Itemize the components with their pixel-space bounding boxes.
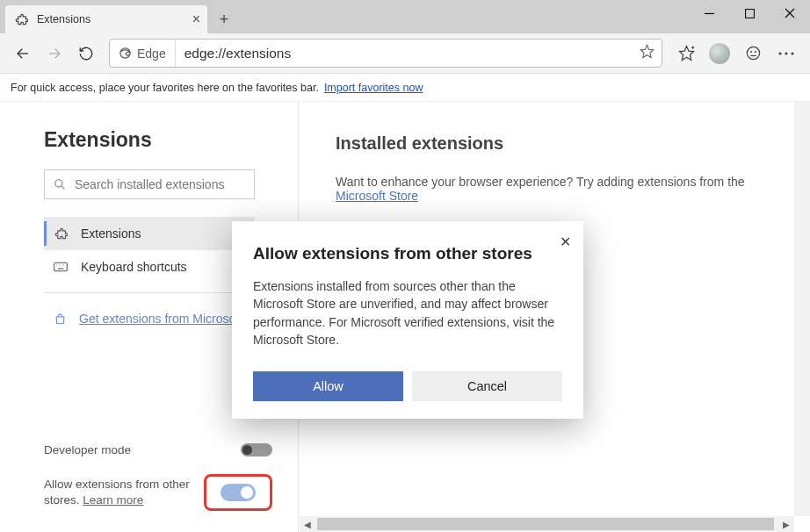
dialog-body: Extensions installed from sources other … xyxy=(253,277,562,349)
vertical-scrollbar[interactable] xyxy=(794,102,810,516)
toolbar: Edge edge://extensions xyxy=(0,33,810,74)
keyboard-icon xyxy=(53,262,69,272)
forward-button[interactable] xyxy=(39,38,70,69)
profile-button[interactable] xyxy=(703,37,736,70)
puzzle-icon xyxy=(14,12,28,26)
svg-rect-19 xyxy=(54,262,68,270)
sidebar-item-shortcuts[interactable]: Keyboard shortcuts xyxy=(44,250,255,284)
address-bar[interactable]: Edge edge://extensions xyxy=(109,39,662,68)
main-subtitle: Want to enhance your browser experience?… xyxy=(336,175,810,203)
url-text: edge://extensions xyxy=(176,46,292,61)
sidebar-item-label: Extensions xyxy=(81,226,141,241)
puzzle-icon xyxy=(53,227,69,241)
tab-title: Extensions xyxy=(37,13,90,25)
browser-tab[interactable]: Extensions × xyxy=(5,5,207,33)
sidebar-item-extensions[interactable]: Extensions xyxy=(44,217,255,250)
site-identity[interactable]: Edge xyxy=(110,40,176,67)
svg-point-11 xyxy=(747,47,759,59)
allow-button[interactable]: Allow xyxy=(253,371,403,401)
svg-marker-7 xyxy=(640,45,653,57)
new-tab-button[interactable]: + xyxy=(211,6,237,32)
svg-point-14 xyxy=(778,52,781,54)
scroll-right-icon[interactable]: ▶ xyxy=(778,516,794,532)
sidebar-item-get-extensions[interactable]: Get extensions from Microsoft Store xyxy=(44,302,255,335)
import-favorites-link[interactable]: Import favorites now xyxy=(324,82,423,94)
allow-other-stores-toggle[interactable] xyxy=(221,484,256,501)
horizontal-scrollbar[interactable]: ◀ ▶ xyxy=(300,516,794,532)
search-icon xyxy=(54,178,66,191)
divider xyxy=(44,292,255,293)
svg-line-18 xyxy=(61,186,64,189)
cancel-button[interactable]: Cancel xyxy=(412,371,562,401)
favorites-button[interactable] xyxy=(669,37,703,70)
feedback-button[interactable] xyxy=(736,37,770,70)
annotation-highlight xyxy=(204,474,272,511)
svg-rect-1 xyxy=(745,9,754,18)
minimize-button[interactable] xyxy=(689,0,729,26)
dialog-close-button[interactable]: ✕ xyxy=(560,234,571,250)
back-button[interactable] xyxy=(7,38,39,69)
svg-point-15 xyxy=(785,52,787,54)
favorite-star-icon[interactable] xyxy=(640,44,655,62)
site-identity-label: Edge xyxy=(137,47,166,61)
search-input[interactable]: Search installed extensions xyxy=(44,169,255,199)
svg-marker-8 xyxy=(679,47,693,61)
titlebar: Extensions × + xyxy=(0,0,810,33)
refresh-button[interactable] xyxy=(70,38,102,69)
microsoft-store-link[interactable]: Microsoft Store xyxy=(336,189,418,203)
sidebar-item-label: Get extensions from Microsoft Store xyxy=(79,312,255,326)
dialog-title: Allow extensions from other stores xyxy=(253,244,562,263)
svg-point-12 xyxy=(750,52,751,53)
learn-more-link[interactable]: Learn more xyxy=(83,493,143,507)
store-icon xyxy=(53,313,67,326)
edge-icon xyxy=(119,47,132,60)
menu-button[interactable] xyxy=(770,37,803,70)
developer-mode-toggle[interactable] xyxy=(241,443,272,457)
favorites-hint: For quick access, place your favorites h… xyxy=(11,82,319,94)
allow-other-stores-label: Allow extensions from other stores. Lear… xyxy=(44,477,193,508)
search-placeholder: Search installed extensions xyxy=(75,177,224,191)
close-tab-button[interactable]: × xyxy=(192,11,200,27)
main-title: Installed extensions xyxy=(336,133,810,154)
svg-point-17 xyxy=(55,180,62,187)
svg-point-16 xyxy=(791,52,793,54)
favorites-bar: For quick access, place your favorites h… xyxy=(0,74,810,102)
page-title: Extensions xyxy=(44,128,277,152)
avatar xyxy=(709,43,730,64)
sidebar-settings: Developer mode Allow extensions from oth… xyxy=(44,427,277,521)
maximize-button[interactable] xyxy=(729,0,770,26)
svg-point-13 xyxy=(755,52,756,53)
scroll-thumb[interactable] xyxy=(317,518,774,530)
window-controls xyxy=(689,0,810,26)
developer-mode-label: Developer mode xyxy=(44,442,131,458)
allow-extensions-dialog: ✕ Allow extensions from other stores Ext… xyxy=(232,221,583,419)
close-window-button[interactable] xyxy=(770,0,810,26)
sidebar-item-label: Keyboard shortcuts xyxy=(81,260,187,274)
scroll-left-icon[interactable]: ◀ xyxy=(300,516,315,532)
